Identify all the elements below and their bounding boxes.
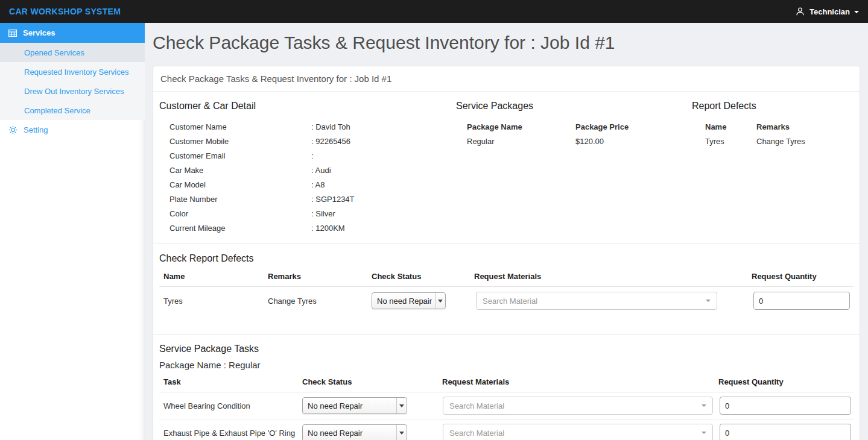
detail-row: Plate Number : SGP1234T — [169, 192, 456, 206]
section-heading: Service Package Tasks — [159, 344, 854, 354]
detail-row: Color : Silver — [169, 206, 456, 221]
report-defects: Report Defects Name Remarks Tyres Change… — [692, 101, 854, 235]
table-header-row: Package Name Package Price — [467, 119, 692, 134]
column-header: Package Price — [575, 122, 629, 131]
field-label: Car Make — [169, 166, 311, 175]
request-material-select[interactable]: Search Material — [476, 292, 717, 310]
request-material-select[interactable]: Search Material — [443, 424, 713, 440]
gear-icon — [8, 125, 17, 134]
sidebar-item-label: Services — [23, 28, 55, 37]
table-row: Wheel Bearing Condition No need Repair S… — [159, 392, 854, 419]
check-status-select[interactable]: No need Repair — [302, 397, 407, 414]
package-name: Regular — [467, 137, 575, 146]
chevron-down-icon — [706, 300, 711, 302]
detail-section: Customer & Car Detail Customer Name : Da… — [153, 92, 860, 244]
column-header: Check Status — [302, 377, 442, 386]
field-label: Plate Number — [169, 195, 311, 204]
field-value: : David Toh — [311, 122, 350, 131]
services-submenu: Opened Services Requested Inventory Serv… — [0, 43, 145, 120]
table-header-row: Name Remarks Check Status Request Materi… — [159, 272, 854, 287]
column-header: Request Quantity — [718, 377, 854, 386]
section-heading: Check Report Defects — [159, 253, 854, 264]
task-name: Exhaust Pipe & Exhaust Pipe 'O' Ring — [163, 429, 302, 438]
defect-name: Tyres — [705, 137, 756, 146]
column-header: Package Name — [467, 122, 575, 131]
chevron-down-icon — [396, 425, 407, 440]
panel-header: Check Package Tasks & Request Inventory … — [153, 66, 860, 92]
column-header: Remarks — [268, 272, 372, 281]
app-brand[interactable]: CAR WORKSHOP SYSTEM — [9, 7, 121, 16]
service-package-tasks-section: Service Package Tasks Package Name : Reg… — [153, 335, 860, 440]
placeholder-text: Search Material — [449, 429, 702, 438]
chevron-down-icon — [854, 11, 859, 13]
sidebar-item-setting[interactable]: Setting — [0, 120, 145, 140]
column-header: Request Materials — [474, 272, 752, 281]
selected-option: No need Repair — [372, 297, 435, 306]
sidebar: Services Opened Services Requested Inven… — [0, 23, 145, 440]
table-row: Regular $120.00 — [467, 134, 692, 148]
column-header: Remarks — [756, 122, 790, 131]
chevron-down-icon — [702, 432, 706, 434]
sidebar-item-drew-out-inventory-services[interactable]: Drew Out Inventory Services — [0, 81, 145, 101]
detail-row: Car Make : Audi — [169, 163, 456, 177]
column-header: Check Status — [372, 272, 474, 281]
section-heading: Service Packages — [456, 101, 692, 112]
package-price: $120.00 — [575, 137, 604, 146]
section-heading: Customer & Car Detail — [159, 101, 456, 112]
sidebar-item-requested-inventory-services[interactable]: Requested Inventory Services — [0, 62, 145, 81]
topbar: CAR WORKSHOP SYSTEM Technician — [0, 0, 868, 23]
field-value: : 1200KM — [311, 224, 345, 233]
field-value: : Silver — [311, 209, 335, 218]
placeholder-text: Search Material — [449, 401, 702, 410]
table-header-row: Name Remarks — [705, 119, 854, 134]
column-header: Name — [163, 272, 268, 281]
field-value: : Audi — [311, 166, 331, 175]
field-value: : SGP1234T — [311, 195, 355, 204]
table-row: Tyres Change Tyres No need Repair Search… — [159, 287, 854, 325]
check-status-select[interactable]: No need Repair — [302, 424, 407, 440]
selected-option: No need Repair — [303, 401, 396, 410]
selected-option: No need Repair — [303, 429, 396, 438]
sidebar-item-services[interactable]: Services — [0, 23, 145, 43]
check-status-select[interactable]: No need Repair — [372, 292, 446, 309]
main-content: Check Package Tasks & Request Inventory … — [145, 23, 868, 440]
field-label: Customer Mobile — [169, 137, 311, 146]
user-menu[interactable]: Technician — [795, 7, 859, 17]
customer-car-detail: Customer & Car Detail Customer Name : Da… — [159, 101, 456, 235]
column-header: Request Quantity — [752, 272, 854, 281]
field-value: : 92265456 — [311, 137, 350, 146]
table-header-row: Task Check Status Request Materials Requ… — [159, 377, 854, 392]
page-title: Check Package Tasks & Request Inventory … — [153, 33, 860, 53]
defect-name: Tyres — [163, 297, 268, 306]
field-label: Customer Name — [169, 122, 311, 131]
detail-row: Customer Name : David Toh — [169, 119, 456, 134]
placeholder-text: Search Material — [483, 297, 706, 306]
field-label: Current Mileage — [169, 224, 311, 233]
column-header: Task — [163, 377, 302, 386]
package-name-line: Package Name : Regular — [159, 360, 854, 370]
request-quantity-input[interactable] — [720, 424, 851, 440]
user-name: Technician — [809, 7, 850, 16]
detail-row: Current Mileage : 1200KM — [169, 221, 456, 235]
sidebar-item-completed-service[interactable]: Completed Service — [0, 101, 145, 120]
defect-remarks: Change Tyres — [756, 137, 805, 146]
sidebar-item-label: Setting — [24, 125, 48, 134]
check-report-defects-section: Check Report Defects Name Remarks Check … — [153, 244, 860, 334]
task-name: Wheel Bearing Condition — [163, 401, 302, 410]
field-label: Color — [169, 209, 311, 218]
request-material-select[interactable]: Search Material — [443, 397, 713, 415]
field-value: : — [311, 151, 314, 160]
request-quantity-input[interactable] — [720, 397, 851, 415]
sidebar-item-opened-services[interactable]: Opened Services — [0, 43, 145, 62]
table-row: Exhaust Pipe & Exhaust Pipe 'O' Ring No … — [159, 419, 854, 440]
chevron-down-icon — [396, 398, 407, 413]
request-quantity-input[interactable] — [753, 292, 850, 310]
field-value: : A8 — [311, 180, 325, 189]
service-packages: Service Packages Package Name Package Pr… — [456, 101, 692, 235]
table-grid-icon — [8, 30, 17, 37]
column-header: Name — [705, 122, 756, 131]
detail-row: Customer Mobile : 92265456 — [169, 134, 456, 148]
field-label: Car Model — [169, 180, 311, 189]
defect-remarks: Change Tyres — [268, 297, 372, 306]
detail-row: Customer Email : — [169, 148, 456, 163]
